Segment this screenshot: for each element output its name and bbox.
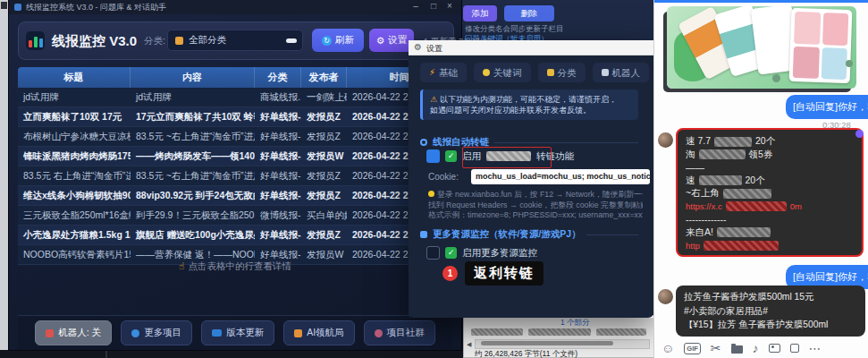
robot-toggle-label: 机器人: 关 [58, 327, 101, 339]
avatar[interactable] [658, 289, 673, 304]
outgoing-bubble[interactable]: [自动回复]你好，我现 [786, 95, 868, 119]
robot-toggle-button[interactable]: 机器人: 关 [35, 320, 112, 345]
chat-toolbar: ☺ GIF ✂ ♪ ⋯ [662, 338, 867, 358]
table-cell: 微博线报-... [255, 206, 301, 225]
blurred-text [596, 328, 646, 336]
censored-text [699, 149, 746, 159]
cookie-input[interactable]: mochu_us_load=mochu_us; mochu_us_notice [471, 169, 650, 184]
table-row[interactable]: 布根树山宁参冰糖大豆凉枝 83.5元83.5元 ~右上角进“淘金币”进足迹...… [18, 127, 452, 147]
scissors-icon[interactable]: ✂ [711, 341, 721, 355]
refresh-label: 刷新 [335, 34, 354, 47]
image-icon[interactable] [769, 344, 780, 353]
pointing-hand-icon: ☝ [179, 260, 184, 271]
tab-basic[interactable]: ⚡ 基础 [420, 63, 467, 82]
table-cell: 锋味派黑猪肉烤肉烤肠175g 任选5件... [18, 147, 131, 166]
table-cell: 发报员Z [301, 226, 347, 244]
table-cell: 17元立而爽船袜了共10双 蛉季恬后石... [131, 107, 255, 126]
refresh-button[interactable]: ↻ 刷新 [312, 29, 364, 52]
section-more-resources: 更多资源监控（软件/资源/游戏PJ） [420, 228, 638, 241]
ai-navigator-button[interactable]: AI领航局 [283, 320, 354, 345]
dialog-titlebar[interactable]: ⚙ 设置 [409, 40, 653, 55]
column-header[interactable]: 标题 [18, 67, 131, 88]
column-header[interactable]: 发布者 [301, 67, 347, 88]
box-icon [175, 37, 183, 45]
checkbox-checked-icon[interactable]: ✓ [445, 247, 457, 259]
category-value: 全部分类 [189, 34, 226, 47]
table-cell: 88vip30.92元 到手24包无敌的4.48... [131, 186, 255, 205]
refresh-icon: ↻ [322, 36, 332, 46]
window-titlebar[interactable]: 线报监控系统 V3.0 - 问题库 & 对话助手 – □ × [9, 0, 461, 14]
avatar[interactable] [658, 132, 673, 148]
settings-button[interactable]: ⚙ 设置 [369, 29, 414, 52]
table-cell: 发报员W [301, 147, 347, 166]
community-icon [375, 329, 383, 337]
message-link[interactable]: http [686, 239, 854, 252]
scroll-left-icon[interactable]: ◀ [467, 339, 471, 349]
tab-category[interactable]: 分类 [538, 63, 586, 82]
cookie-label: Cookie: [428, 172, 459, 182]
table-row[interactable]: 三元极致全脂250ml*16盒纯牛奶 29...到手29.9！三元极致全脂250… [18, 206, 452, 226]
checkbox-checked-icon[interactable]: ✓ [445, 150, 457, 162]
maximize-icon[interactable]: □ [427, 1, 440, 11]
column-header[interactable]: 分类 [255, 67, 301, 88]
table-row[interactable]: 维达x线条小狗棉韧软抽90抽24包 ...88vip30.92元 到手24包无敌… [18, 186, 452, 206]
table-cell: 维达x线条小狗棉韧软抽90抽24包 ... [18, 186, 131, 205]
annotation-callout: 1 返利转链 [442, 261, 544, 286]
incoming-bubble[interactable]: 拉芳鱼子酱香护发膜500ml 15元 #小卖部の家居用品# 【¥15】拉芳 鱼子… [676, 286, 865, 337]
horizontal-scrollbar[interactable] [475, 339, 650, 349]
bulb-icon [428, 191, 434, 197]
color-swatch[interactable] [426, 149, 440, 163]
table-row[interactable]: 83.5元 右上角进“淘金币”进足迹拍 有...83.5元 ~右上角进“淘金币”… [18, 166, 452, 186]
shared-image[interactable] [667, 6, 856, 89]
close-icon[interactable]: × [443, 1, 456, 11]
checkbox-unchecked[interactable] [426, 246, 440, 260]
annotation-badge: 1 [442, 266, 458, 281]
message-link[interactable]: https://x.c0m [686, 200, 854, 214]
ai-robot-icon [294, 329, 302, 337]
category-select[interactable]: 全部分类 [167, 30, 303, 51]
audio-icon[interactable]: ♪ [753, 341, 759, 355]
table-cell: 发报员Z [301, 127, 347, 146]
tab-keywords[interactable]: 关键词 [474, 63, 531, 82]
enable-more-row[interactable]: ✓ 启用更多资源监控 [426, 246, 537, 260]
delete-button[interactable]: 删除 [504, 5, 554, 21]
more-projects-button[interactable]: 更多项目 [121, 320, 192, 345]
more-icon[interactable]: ⋯ [809, 341, 822, 355]
table-body: jd试用牌jd试用牌商城线报...一剑陕上砍...2026-04-22 21:2… [18, 88, 452, 265]
app-logo-icon [26, 31, 45, 50]
table-cell: 好单线报-... [255, 226, 301, 244]
annotation-label: 返利转链 [465, 261, 544, 286]
table-cell: 布根树山宁参冰糖大豆凉枝 83.5元 [18, 127, 131, 146]
censored-text [699, 175, 742, 185]
leads-table: 标题内容分类发布者时间 jd试用牌jd试用牌商城线报...一剑陕上砍...202… [18, 67, 452, 265]
table-row[interactable]: jd试用牌jd试用牌商城线报...一剑陕上砍...2026-04-22 21:2 [18, 88, 452, 107]
table-row[interactable]: 立而爽船袜了10双 17元17元立而爽船袜了共10双 蛉季恬后石...好单线报-… [18, 107, 452, 127]
table-cell: 商城线报... [255, 88, 301, 107]
table-cell: 立而爽船袜了10双 17元 [18, 107, 131, 126]
incoming-bubble-annotated[interactable]: 速 7.720个 淘领5券 —— 速20个 ~右上角 https://x.c0m… [676, 128, 864, 257]
folder-icon[interactable] [731, 345, 743, 354]
censored-text [704, 241, 779, 251]
globe-icon [131, 329, 139, 337]
emoji-icon[interactable]: ☺ [662, 341, 674, 355]
table-cell: 好单线报-... [255, 127, 301, 146]
column-header[interactable]: 内容 [131, 67, 255, 88]
tab-robot[interactable]: 机器人 [593, 63, 650, 82]
minimize-icon[interactable]: – [409, 1, 422, 11]
window-accent-edge [654, 0, 868, 3]
chat-window: [自动回复]你好，我现 0:30:28 速 7.720个 淘领5券 —— 速20… [653, 0, 868, 358]
book-icon [212, 329, 222, 337]
table-row[interactable]: 锋味派黑猪肉烤肉烤肠175g 任选5件...——烤肉烤肠发车——领140-60补… [18, 147, 452, 166]
gif-icon[interactable]: GIF [684, 343, 701, 354]
divider [494, 142, 638, 143]
table-row[interactable]: 小壳逸尿处方猫粮1.5kg 139元旗舰店 赠送吃100g小壳逸尿处方猫粮...… [18, 226, 452, 245]
table-cell: 发报员Z [301, 186, 347, 205]
link-icon [420, 139, 427, 146]
version-update-button[interactable]: 版本更新 [201, 320, 274, 345]
community-button[interactable]: 项目社群 [364, 320, 435, 345]
puzzle-icon [420, 231, 427, 238]
scrollbar-thumb[interactable] [481, 341, 613, 345]
capture-icon[interactable] [790, 344, 799, 353]
add-button[interactable]: 添加 [463, 5, 497, 21]
bubble-corner-badge [855, 130, 864, 138]
